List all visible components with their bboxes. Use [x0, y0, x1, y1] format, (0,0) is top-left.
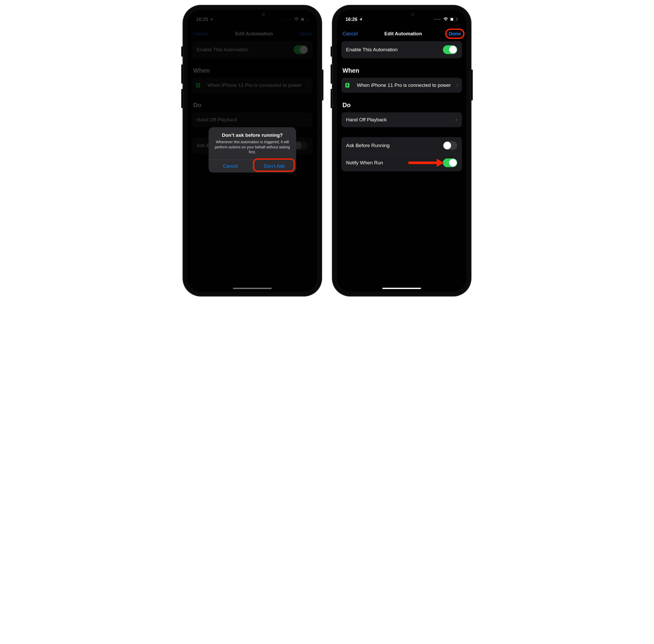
volume-up-button	[181, 64, 183, 84]
nav-bar: Cancel Edit Automation Done	[337, 24, 467, 41]
chevron-right-icon: ›	[457, 82, 458, 89]
notch	[228, 10, 277, 19]
phone-left: 16:25 Cancel Edit Automation Done	[183, 5, 322, 296]
ask-toggle[interactable]	[443, 141, 457, 150]
volume-down-button	[331, 89, 332, 108]
mute-switch	[181, 46, 183, 57]
home-indicator[interactable]	[382, 288, 421, 289]
do-action-row[interactable]: Hand Off Playback ›	[342, 112, 462, 127]
svg-rect-4	[450, 18, 453, 21]
content: Enable This Automation When When iPhone …	[337, 41, 467, 171]
enable-label: Enable This Automation	[346, 47, 398, 52]
ask-before-running-row[interactable]: Ask Before Running	[342, 137, 462, 154]
svg-rect-5	[457, 19, 458, 20]
volume-down-button	[181, 89, 183, 108]
alert-message: Whenever this automation is triggered, i…	[214, 140, 290, 155]
annotation-arrow	[408, 159, 444, 167]
page-title: Edit Automation	[384, 31, 422, 37]
phone-right: 16:26 Cancel Edit Automation Done	[332, 5, 471, 296]
status-time: 16:26	[346, 17, 357, 22]
notch	[377, 10, 426, 19]
do-action-label: Hand Off Playback	[346, 117, 387, 123]
mute-switch	[331, 46, 332, 57]
when-trigger-row[interactable]: When iPhone 11 Pro is connected to power…	[342, 78, 462, 93]
side-button	[471, 70, 473, 100]
alert-cancel-button[interactable]: Cancel	[209, 160, 252, 172]
section-do: Do	[343, 101, 461, 109]
enable-automation-row[interactable]: Enable This Automation	[342, 41, 462, 58]
screen: 16:25 Cancel Edit Automation Done	[187, 10, 317, 292]
volume-up-button	[331, 64, 332, 84]
run-options-group: Ask Before Running Notify When Run	[342, 137, 462, 171]
notify-toggle[interactable]	[443, 158, 457, 167]
battery-icon	[450, 18, 458, 21]
cell-signal-icon	[434, 19, 440, 20]
wifi-icon	[443, 18, 448, 21]
side-button	[322, 70, 323, 100]
done-button[interactable]: Done	[449, 31, 461, 37]
location-icon	[359, 18, 363, 21]
cancel-button[interactable]: Cancel	[343, 31, 358, 37]
notify-label: Notify When Run	[346, 160, 383, 166]
screen: 16:26 Cancel Edit Automation Done	[337, 10, 467, 292]
ask-label: Ask Before Running	[346, 143, 390, 148]
confirmation-alert: Don’t ask before running? Whenever this …	[209, 127, 296, 172]
section-when: When	[343, 67, 461, 74]
enable-toggle[interactable]	[443, 45, 457, 54]
when-text: When iPhone 11 Pro is connected to power	[357, 82, 452, 89]
notify-when-run-row[interactable]: Notify When Run	[342, 154, 462, 171]
alert-title: Don’t ask before running?	[214, 132, 290, 138]
charging-icon	[345, 83, 353, 88]
chevron-right-icon: ›	[456, 116, 457, 123]
alert-dont-ask-button[interactable]: Don’t Ask	[252, 160, 296, 172]
